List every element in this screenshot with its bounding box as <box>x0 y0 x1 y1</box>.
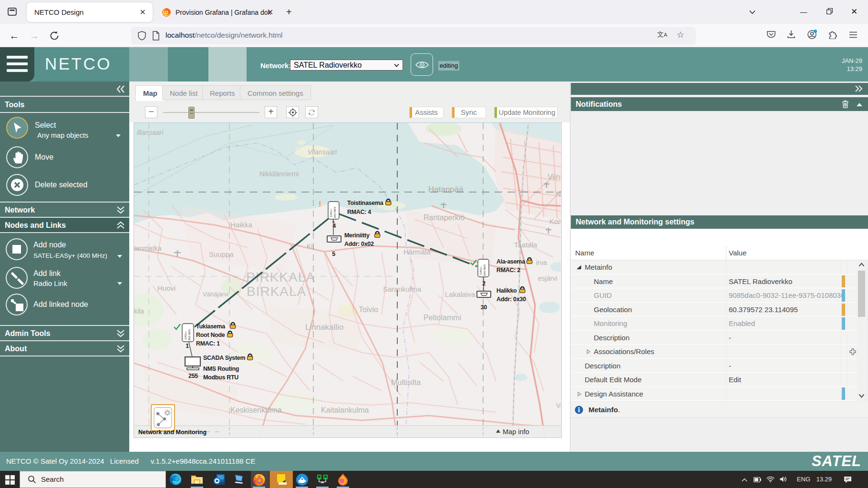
svg-text:tenmatka: tenmatka <box>134 244 162 252</box>
svg-text:Linnakallio: Linnakallio <box>305 323 343 332</box>
svg-text:Toivio: Toivio <box>359 305 378 314</box>
svg-text:Vu: Vu <box>556 402 561 409</box>
svg-text:Hatanpää: Hatanpää <box>428 185 464 194</box>
svg-text:Ne: Ne <box>556 190 561 198</box>
svg-text:30: 30 <box>481 304 487 311</box>
svg-text:Koivi: Koivi <box>549 217 561 225</box>
svg-text:Halikko: Halikko <box>496 287 517 294</box>
svg-text:Modbus RTU: Modbus RTU <box>203 374 238 381</box>
svg-text:irva: irva <box>536 259 547 266</box>
svg-text:Huovi: Huovi <box>157 284 176 292</box>
svg-text:EASy+: EASy+ <box>479 266 482 274</box>
svg-text:Tukiasema: Tukiasema <box>196 323 226 330</box>
svg-text:RMAC: 2: RMAC: 2 <box>496 267 520 274</box>
svg-text:Sarankulma: Sarankulma <box>383 285 422 293</box>
svg-text:Meriniitty: Meriniitty <box>344 232 370 239</box>
svg-text:3AS NMS: 3AS NMS <box>188 329 191 341</box>
svg-text:2: 2 <box>482 280 486 287</box>
svg-text:Ala-asema: Ala-asema <box>496 258 526 265</box>
svg-text:Addr: 0x02: Addr: 0x02 <box>344 241 374 247</box>
svg-text:Peltolammi: Peltolammi <box>424 314 461 322</box>
svg-text:BIRKALA: BIRKALA <box>247 284 306 299</box>
svg-text:Vähäjärvi: Vähäjärvi <box>203 291 228 298</box>
svg-text:Toistinasema: Toistinasema <box>347 200 384 206</box>
svg-text:Addr: 0x30: Addr: 0x30 <box>496 296 526 303</box>
svg-text:RMAC: 4: RMAC: 4 <box>347 209 371 215</box>
svg-text:Lakalaiva: Lakalaiva <box>445 290 475 298</box>
svg-text:255: 255 <box>188 373 198 379</box>
svg-text:Suuppa: Suuppa <box>209 250 234 258</box>
svg-text:NMS Routing: NMS Routing <box>203 366 239 372</box>
svg-text:esjärvi: esjärvi <box>538 274 557 282</box>
svg-text:illansaari: illansaari <box>137 129 164 136</box>
svg-text:Network and Monitoring: Network and Monitoring <box>138 429 207 436</box>
svg-text:RMAC: 1: RMAC: 1 <box>196 340 220 347</box>
svg-text:Taatala: Taatala <box>514 241 537 249</box>
svg-text:Kil: Kil <box>307 243 314 250</box>
svg-text:EASy+: EASy+ <box>184 331 187 339</box>
svg-text:Viinikka: Viinikka <box>548 173 561 181</box>
svg-text:!: ! <box>319 200 321 209</box>
svg-text:Nikkilänniemi: Nikkilänniemi <box>259 170 299 178</box>
svg-text:Härmälä: Härmälä <box>403 248 431 256</box>
svg-text:Haikka: Haikka <box>230 221 253 229</box>
svg-text:EASy+: EASy+ <box>330 209 332 217</box>
svg-text:3AS NMS: 3AS NMS <box>483 264 486 276</box>
svg-text:SCADA System: SCADA System <box>203 355 246 361</box>
svg-text:4: 4 <box>332 223 336 229</box>
svg-text:Rantaperkiö: Rantaperkiö <box>424 214 465 222</box>
svg-text:Keskisenkulma: Keskisenkulma <box>230 406 282 414</box>
svg-text:Multisilta: Multisilta <box>391 378 421 386</box>
svg-text:1: 1 <box>186 343 189 349</box>
svg-text:kila: kila <box>134 307 144 315</box>
svg-text:Vilansaari: Vilansaari <box>308 148 337 156</box>
svg-text:Root Node: Root Node <box>196 332 225 338</box>
svg-text:Kaitalankulma: Kaitalankulma <box>321 406 369 414</box>
svg-text:3AS NMS: 3AS NMS <box>333 207 336 218</box>
svg-text:5: 5 <box>332 251 335 257</box>
svg-text:Map info: Map info <box>503 428 529 436</box>
